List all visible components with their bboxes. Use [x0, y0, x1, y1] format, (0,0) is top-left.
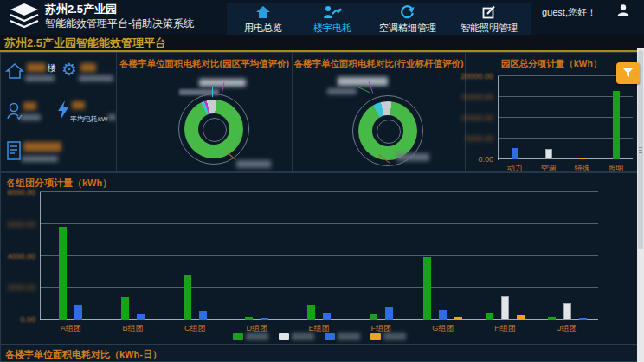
- bar-blue[interactable]: [385, 307, 393, 320]
- obscured-label: [20, 114, 41, 120]
- obscured-callout-label: [236, 160, 271, 168]
- nav-label: 楼宇电耗: [313, 22, 351, 35]
- document-icon: [5, 140, 23, 165]
- y-axis-tick-label: 5000.00: [465, 134, 493, 143]
- bar-group: F组团: [350, 192, 412, 320]
- nav-label: 用电总览: [244, 22, 282, 35]
- legend-item[interactable]: [370, 333, 406, 340]
- legend-item[interactable]: [233, 333, 268, 340]
- bar-white[interactable]: [501, 296, 509, 320]
- donut-inner-outline: [377, 120, 401, 144]
- bar-green[interactable]: [613, 91, 620, 159]
- footer-chart-title: 各楼宇单位面积电耗对比（kWh-日）: [5, 348, 162, 361]
- scrollbar-grip: [639, 147, 642, 153]
- bar-blue[interactable]: [199, 311, 207, 320]
- user-icon[interactable]: [616, 3, 630, 21]
- stat-label-prefix: 平均电耗kW: [70, 114, 108, 124]
- donut-chart-park-average: [178, 94, 249, 165]
- bar-green[interactable]: [548, 317, 556, 320]
- donut-inner-outline: [203, 118, 227, 142]
- obscured-label: [22, 156, 58, 162]
- y-axis-tick-label: 2000.00: [7, 283, 35, 292]
- app-title-line2: 智能能效管理平台-辅助决策系统: [45, 17, 194, 31]
- nav-item-lighting-management[interactable]: 智能照明管理: [459, 3, 519, 36]
- filter-button[interactable]: [616, 62, 640, 84]
- bar-blue[interactable]: [512, 148, 518, 159]
- bar-green[interactable]: [486, 313, 493, 320]
- bar-green[interactable]: [307, 305, 315, 320]
- nav-item-power-overview[interactable]: 用电总览: [239, 3, 287, 36]
- nav-label: 智能照明管理: [460, 22, 518, 35]
- bar-green[interactable]: [184, 275, 191, 320]
- app-root: 苏州2.5产业园 智能能效管理平台-辅助决策系统 用电总览: [0, 0, 644, 362]
- bar-green[interactable]: [370, 314, 377, 320]
- legend-swatch: [370, 333, 381, 340]
- gear-icon: ⚙: [61, 61, 77, 78]
- bar-group: A组团: [40, 192, 102, 320]
- vertical-scrollbar[interactable]: [637, 48, 644, 362]
- bar-blue[interactable]: [439, 310, 447, 320]
- footer-panel: 各楼宇单位面积电耗对比（kWh-日）: [0, 344, 644, 362]
- y-axis-tick-label: 0.00: [20, 315, 35, 324]
- bar-group: H组团: [474, 192, 537, 320]
- circular-arrow-icon: [400, 4, 415, 20]
- bar-group: 照明: [599, 76, 633, 159]
- nav-item-building-power[interactable]: 楼宇电耗: [308, 3, 357, 36]
- home-icon: [255, 4, 271, 20]
- nav-item-hvac-management[interactable]: 空调精细管理: [377, 3, 438, 36]
- bar-orange[interactable]: [517, 315, 525, 320]
- nav-label: 空调精细管理: [379, 22, 436, 35]
- bar-green[interactable]: [245, 317, 253, 320]
- bar-blue[interactable]: [137, 314, 145, 320]
- obscured-label: [108, 114, 116, 120]
- bar-white[interactable]: [545, 149, 552, 159]
- bar-blue[interactable]: [579, 318, 587, 320]
- x-axis-category-label: G组团: [432, 323, 454, 334]
- bar-group: 空调: [531, 76, 565, 159]
- bar-green[interactable]: [423, 257, 431, 320]
- bar-white[interactable]: [564, 303, 571, 320]
- callout-line-green: [357, 87, 370, 94]
- obscured-label: [79, 75, 113, 81]
- legend-item[interactable]: [279, 333, 314, 340]
- group-submetering-panel: 各组团分项计量（kWh） 8000.006000.004000.002000.0…: [0, 172, 638, 345]
- x-axis-category-label: A组团: [61, 323, 81, 334]
- donut-panel-industry-benchmark: 各楼宇单位面积电耗对比(行业标杆值评价): [292, 52, 466, 172]
- bar-orange[interactable]: [579, 158, 586, 159]
- legend-item[interactable]: [325, 333, 360, 340]
- bar-group: 特殊: [565, 76, 599, 159]
- sidebar-stats-panel: 楼 ⚙ 平均电耗kW: [0, 52, 117, 172]
- bar-green[interactable]: [59, 227, 67, 320]
- edit-square-icon: [482, 4, 496, 20]
- group-submetering-bar-chart[interactable]: 8000.006000.004000.002000.000.00A组团B组团C组…: [40, 192, 598, 320]
- bar-blue[interactable]: [323, 313, 331, 320]
- y-axis-tick-label: 0.00: [478, 155, 493, 164]
- user-greeting: guest,您好！: [542, 6, 596, 19]
- bar-orange[interactable]: [454, 317, 462, 320]
- lightning-icon: [56, 100, 70, 124]
- app-logo-icon: [7, 3, 42, 32]
- stat-unit: 楼: [48, 62, 56, 74]
- x-axis-category-label: H组团: [494, 323, 516, 334]
- bar-green[interactable]: [121, 297, 129, 320]
- person-chart-icon: [323, 4, 342, 20]
- bar-group: J组团: [536, 192, 598, 320]
- obscured-legend-label: [246, 333, 268, 340]
- bar-blue[interactable]: [261, 318, 268, 320]
- obscured-callout-label: [338, 77, 388, 86]
- header: 苏州2.5产业园 智能能效管理平台-辅助决策系统 用电总览: [0, 0, 644, 35]
- callout-line-cyan: [212, 87, 213, 97]
- chart-title: 园区总分项计量（kWh）: [466, 58, 637, 70]
- park-total-bar-chart[interactable]: 20000.0015000.0010000.005000.000.00动力空调特…: [498, 76, 633, 159]
- obscured-value: [72, 101, 85, 109]
- bar-group: G组团: [412, 192, 474, 320]
- obscured-legend-label: [292, 333, 314, 340]
- funnel-icon: [622, 66, 634, 81]
- bar-blue[interactable]: [74, 305, 82, 320]
- legend-swatch: [325, 333, 335, 340]
- legend-swatch: [279, 333, 289, 340]
- chart-title: 各楼宇单位面积电耗对比(园区平均值评价): [117, 58, 292, 70]
- main-nav: 用电总览 楼宇电耗: [227, 3, 531, 36]
- home-icon: [5, 62, 24, 83]
- y-axis-tick-label: 8000.00: [7, 188, 35, 197]
